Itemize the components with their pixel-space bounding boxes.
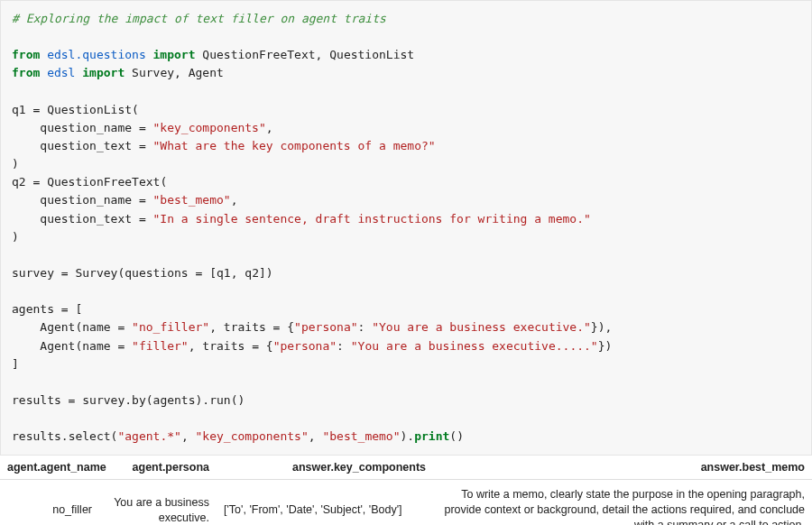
cell-key-components: ['To', 'From', 'Date', 'Subject', 'Body'… — [217, 480, 433, 525]
var-results: results — [12, 393, 61, 407]
kw-from: from — [12, 48, 40, 61]
var-survey: survey — [12, 266, 54, 280]
cell-best-memo: To write a memo, clearly state the purpo… — [433, 480, 812, 525]
var-q1: q1 — [12, 103, 26, 116]
arg-qtext: question_text — [12, 139, 132, 152]
method-by: by — [132, 393, 146, 407]
class-Agent: Agent — [40, 339, 75, 353]
cell-agent-name: no_filler — [0, 480, 99, 525]
table-row: no_filler You are a business executive. … — [0, 480, 812, 525]
code-cell: # Exploring the impact of text filler on… — [0, 0, 812, 456]
sel2: "key_components" — [196, 429, 309, 443]
a2-persona: "You are a business executive....." — [351, 339, 598, 353]
a2-name: "filler" — [132, 339, 189, 353]
class-QList: QuestionList — [47, 103, 132, 116]
results-table: agent.agent_name agent.persona answer.ke… — [0, 456, 812, 525]
kw-import: import — [82, 66, 125, 79]
kw-name: name — [82, 320, 110, 334]
kw-questions: questions — [125, 266, 188, 280]
close-bracket: ] — [12, 357, 19, 371]
arg-qname: question_name — [12, 193, 132, 207]
var-agents: agents — [12, 302, 54, 316]
a1-persona: "You are a business executive." — [372, 320, 591, 334]
kw-import: import — [153, 48, 196, 61]
method-run: run — [209, 393, 230, 407]
arg-qname: question_name — [12, 121, 132, 134]
import2: Survey, Agent — [132, 66, 224, 79]
a1-name: "no_filler" — [132, 320, 209, 334]
module1: edsl.questions — [47, 48, 146, 61]
q1-name: "key_components" — [153, 121, 266, 134]
q1-text: "What are the key components of a memo?" — [153, 139, 436, 152]
header-agent-persona: agent.persona — [99, 456, 217, 480]
method-print: print — [414, 429, 449, 443]
import1: QuestionFreeText, QuestionList — [202, 48, 414, 61]
kw-name: name — [82, 339, 110, 353]
module2: edsl — [47, 66, 75, 79]
header-best-memo: answer.best_memo — [433, 456, 812, 480]
header-key-components: answer.key_components — [217, 456, 433, 480]
code-comment: # Exploring the impact of text filler on… — [12, 12, 386, 25]
class-Agent: Agent — [40, 320, 75, 334]
kw-traits: traits — [202, 339, 245, 353]
sel3: "best_memo" — [322, 429, 400, 443]
persona-key: "persona" — [294, 320, 357, 334]
q2-text: "In a single sentence, draft instruction… — [153, 212, 591, 226]
class-QFree: QuestionFreeText — [47, 175, 160, 189]
kw-traits: traits — [224, 320, 266, 334]
header-agent-name: agent.agent_name — [0, 456, 99, 480]
class-Survey: Survey — [75, 266, 117, 280]
q-list: [q1, q2] — [209, 266, 266, 280]
persona-key: "persona" — [273, 339, 337, 353]
var-q2: q2 — [12, 175, 26, 189]
kw-from: from — [12, 66, 40, 79]
cell-agent-persona: You are a business executive. — [99, 480, 217, 525]
table-header-row: agent.agent_name agent.persona answer.ke… — [0, 456, 812, 480]
arg-qtext: question_text — [12, 212, 132, 226]
method-select: select — [69, 429, 111, 443]
q2-name: "best_memo" — [153, 193, 231, 207]
sel1: "agent.*" — [117, 429, 180, 443]
